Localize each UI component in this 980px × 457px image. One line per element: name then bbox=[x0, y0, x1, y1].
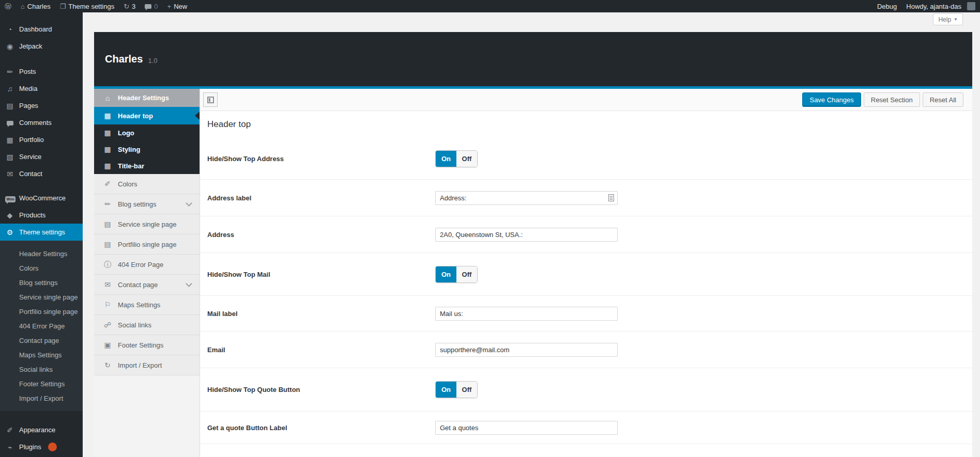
theme-options-panel: Charles 1.0 ⌂ Header Settings ▦ Header t… bbox=[94, 32, 972, 457]
sidebar-item-service[interactable]: ▧ Service bbox=[0, 148, 83, 165]
submenu-item-contact-page[interactable]: Contact page bbox=[0, 334, 83, 348]
sidebar-item-plugins[interactable]: ⌁ Plugins bbox=[0, 438, 83, 455]
menu-item-label: Logo bbox=[118, 129, 134, 137]
top-mail-toggle[interactable]: On Off bbox=[435, 266, 478, 283]
sidebar-item-portfolio[interactable]: ▦ Portfolio bbox=[0, 131, 83, 148]
toggle-on-button[interactable]: On bbox=[436, 382, 456, 398]
submenu-item-service-single-page[interactable]: Service single page bbox=[0, 290, 83, 305]
submenu-item-maps-settings[interactable]: Maps Settings bbox=[0, 348, 83, 363]
menu-item-label: 404 Error Page bbox=[118, 261, 163, 269]
panel-title: Charles bbox=[105, 53, 143, 65]
toggle-off-button[interactable]: Off bbox=[456, 266, 477, 282]
menu-item-logo[interactable]: ▦ Logo bbox=[94, 124, 200, 141]
reset-all-button[interactable]: Reset All bbox=[923, 92, 963, 107]
sidebar-item-products[interactable]: ◆ Products bbox=[0, 207, 83, 224]
toggle-on-button[interactable]: On bbox=[436, 151, 456, 167]
menu-item-import-export[interactable]: ↻ Import / Export bbox=[94, 355, 200, 375]
help-button[interactable]: Help ▼ bbox=[933, 13, 963, 25]
save-changes-button[interactable]: Save Changes bbox=[802, 92, 861, 107]
sidebar-item-jetpack[interactable]: ◉ Jetpack bbox=[0, 38, 83, 55]
submenu-item-header-settings[interactable]: Header Settings bbox=[0, 247, 83, 261]
new-content-link[interactable]: + New bbox=[163, 0, 192, 12]
sidebar-item-label: WooCommerce bbox=[19, 194, 66, 202]
menu-item-service-single-page[interactable]: ▤ Service single page bbox=[94, 214, 200, 234]
submenu-item-blog-settings[interactable]: Blog settings bbox=[0, 276, 83, 290]
expand-options-icon bbox=[207, 97, 214, 103]
sidebar-item-label: Comments bbox=[19, 119, 52, 127]
wordpress-logo-menu[interactable]: Ⓦ bbox=[0, 0, 16, 12]
current-page-link[interactable]: ❐ Theme settings bbox=[55, 0, 119, 12]
updates-link[interactable]: ↻ 3 bbox=[119, 0, 140, 12]
home-icon: ⌂ bbox=[21, 3, 25, 10]
sidebar-item-label: Plugins bbox=[19, 443, 41, 451]
toggle-on-button[interactable]: On bbox=[436, 266, 456, 282]
sidebar-item-comments[interactable]: Comments bbox=[0, 114, 83, 131]
menu-item-title-bar[interactable]: ▦ Title-bar bbox=[94, 157, 200, 174]
howdy-label: Howdy, ajanta-das bbox=[906, 3, 961, 10]
menu-item-portfilio-single-page[interactable]: ▤ Portfilio single page bbox=[94, 234, 200, 255]
location-icon: ⚐ bbox=[103, 301, 112, 308]
sidebar-item-dashboard[interactable]: ◔ Dashboard bbox=[0, 21, 83, 38]
submenu-item-footer-settings[interactable]: Footer Settings bbox=[0, 377, 83, 391]
menu-item-label: Footer Settings bbox=[118, 341, 163, 349]
sync-icon: ↻ bbox=[103, 361, 112, 369]
sidebar-item-posts[interactable]: ✏ Posts bbox=[0, 63, 83, 80]
address-input[interactable] bbox=[435, 228, 618, 242]
submenu-item-import-export[interactable]: Import / Export bbox=[0, 391, 83, 406]
menu-item-social-links[interactable]: ☍ Social links bbox=[94, 315, 200, 335]
menu-item-maps-settings[interactable]: ⚐ Maps Settings bbox=[94, 295, 200, 315]
toggle-off-button[interactable]: Off bbox=[456, 382, 477, 398]
panel-banner: Charles 1.0 bbox=[94, 32, 972, 89]
submenu-item-colors[interactable]: Colors bbox=[0, 261, 83, 276]
menu-item-label: Colors bbox=[118, 180, 137, 188]
reset-section-button[interactable]: Reset Section bbox=[864, 92, 920, 107]
sidebar-item-pages[interactable]: ▤ Pages bbox=[0, 97, 83, 114]
options-menu: ⌂ Header Settings ▦ Header top ▦ Logo ▦ … bbox=[94, 89, 200, 457]
envelope-icon: ✉ bbox=[5, 170, 14, 178]
toggle-off-button[interactable]: Off bbox=[456, 151, 477, 167]
top-quote-toggle[interactable]: On Off bbox=[435, 381, 478, 398]
quote-button-label-input[interactable] bbox=[435, 421, 618, 435]
menu-item-header-top[interactable]: ▦ Header top bbox=[94, 107, 200, 124]
footer-icon: ▣ bbox=[103, 341, 112, 349]
layout-grid-icon: ▦ bbox=[103, 112, 112, 119]
jetpack-icon: ◉ bbox=[5, 43, 14, 50]
menu-item-404-error-page[interactable]: ⓘ 404 Error Page bbox=[94, 255, 200, 275]
email-input[interactable] bbox=[435, 343, 618, 357]
sidebar-item-contact[interactable]: ✉ Contact bbox=[0, 165, 83, 182]
section-heading: Header top bbox=[207, 119, 972, 130]
mail-label-input[interactable] bbox=[435, 307, 618, 321]
address-label-input[interactable] bbox=[435, 191, 618, 205]
sidebar-item-woocommerce[interactable]: Woo WooCommerce bbox=[0, 190, 83, 207]
menu-item-styling[interactable]: ▦ Styling bbox=[94, 141, 200, 157]
menu-item-contact-page[interactable]: ✉ Contact page bbox=[94, 275, 200, 295]
pin-icon: ✏ bbox=[5, 68, 14, 75]
sidebar-item-label: Dashboard bbox=[19, 25, 52, 33]
sidebar-item-media[interactable]: ♫ Media bbox=[0, 80, 83, 97]
debug-label: Debug bbox=[877, 3, 897, 10]
menu-item-footer-settings[interactable]: ▣ Footer Settings bbox=[94, 335, 200, 355]
submenu-item-404-error-page[interactable]: 404 Error Page bbox=[0, 319, 83, 334]
site-name-link[interactable]: ⌂ Charles bbox=[16, 0, 55, 12]
menu-item-label: Portfilio single page bbox=[118, 241, 176, 248]
menu-item-blog-settings[interactable]: ✏ Blog settings bbox=[94, 194, 200, 214]
submenu-item-social-links[interactable]: Social links bbox=[0, 363, 83, 377]
document-icon: ▤ bbox=[103, 241, 112, 248]
top-address-toggle[interactable]: On Off bbox=[435, 150, 478, 167]
site-name-label: Charles bbox=[27, 3, 51, 10]
wordpress-icon: Ⓦ bbox=[5, 3, 11, 10]
expand-options-button[interactable] bbox=[203, 92, 218, 107]
menu-item-label: Service single page bbox=[118, 220, 176, 228]
menu-item-label: Contact page bbox=[118, 281, 158, 289]
howdy-account-link[interactable]: Howdy, ajanta-das bbox=[901, 0, 980, 12]
debug-link[interactable]: Debug bbox=[872, 0, 901, 12]
plus-icon: + bbox=[167, 3, 172, 10]
menu-item-header-settings[interactable]: ⌂ Header Settings bbox=[94, 89, 200, 107]
menu-item-colors[interactable]: ✐ Colors bbox=[94, 174, 200, 194]
panel-version: 1.0 bbox=[148, 54, 157, 65]
submenu-item-portfilio-single-page[interactable]: Portfilio single page bbox=[0, 305, 83, 319]
sidebar-item-appearance[interactable]: ✐ Appearance bbox=[0, 421, 83, 438]
sidebar-item-theme-settings[interactable]: ⚙ Theme settings bbox=[0, 224, 83, 241]
comments-link[interactable]: 0 bbox=[140, 0, 162, 12]
update-count: 3 bbox=[132, 3, 135, 10]
